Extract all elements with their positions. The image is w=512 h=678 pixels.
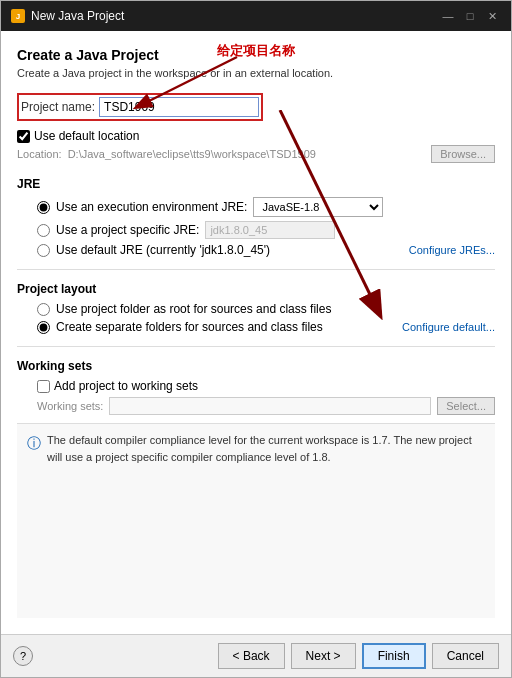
layout-option2-radio[interactable] [37, 321, 50, 334]
titlebar: J New Java Project — □ ✕ [1, 1, 511, 31]
next-button[interactable]: Next > [291, 643, 356, 669]
layout-option2-row: Create separate folders for sources and … [37, 320, 495, 334]
layout-option2-label: Create separate folders for sources and … [56, 320, 323, 334]
layout-option1-radio[interactable] [37, 303, 50, 316]
jre-option1-label: Use an execution environment JRE: [56, 200, 247, 214]
nav-buttons: < Back Next > Finish Cancel [218, 643, 499, 669]
info-text: The default compiler compliance level fo… [47, 432, 485, 610]
working-sets-input-row: Working sets: Select... [37, 397, 495, 415]
working-sets-checkbox-row: Add project to working sets [37, 379, 495, 393]
main-content: Create a Java Project Create a Java proj… [1, 31, 511, 634]
jre-option3-radio[interactable] [37, 244, 50, 257]
page-title: Create a Java Project [17, 47, 495, 63]
select-button[interactable]: Select... [437, 397, 495, 415]
default-location-checkbox[interactable] [17, 130, 30, 143]
cancel-button[interactable]: Cancel [432, 643, 499, 669]
jre-specific-input [205, 221, 335, 239]
location-row: Location: D:\Java_software\eclipse\tts9\… [17, 145, 495, 163]
jre-option2-radio[interactable] [37, 224, 50, 237]
window: J New Java Project — □ ✕ Create a Java P… [0, 0, 512, 678]
finish-button[interactable]: Finish [362, 643, 426, 669]
close-button[interactable]: ✕ [483, 7, 501, 25]
project-layout-title: Project layout [17, 282, 495, 296]
page-subtitle: Create a Java project in the workspace o… [17, 67, 495, 79]
configure-jres-link[interactable]: Configure JREs... [409, 244, 495, 256]
titlebar-title: New Java Project [31, 9, 124, 23]
location-label: Location: [17, 148, 62, 160]
jre-execution-env-select[interactable]: JavaSE-1.8 [253, 197, 383, 217]
titlebar-controls: — □ ✕ [439, 7, 501, 25]
layout-option1-row: Use project folder as root for sources a… [37, 302, 495, 316]
project-name-input[interactable] [99, 97, 259, 117]
jre-option3-label: Use default JRE (currently 'jdk1.8.0_45'… [56, 243, 270, 257]
jre-option3-row: Use default JRE (currently 'jdk1.8.0_45'… [37, 243, 495, 257]
jre-option1-radio[interactable] [37, 201, 50, 214]
info-icon: ⓘ [27, 433, 41, 610]
layout-option1-label: Use project folder as root for sources a… [56, 302, 331, 316]
maximize-button[interactable]: □ [461, 7, 479, 25]
button-bar: ? < Back Next > Finish Cancel [1, 634, 511, 677]
help-button[interactable]: ? [13, 646, 33, 666]
java-icon: J [11, 9, 25, 23]
default-location-row: Use default location [17, 129, 495, 143]
jre-option2-label: Use a project specific JRE: [56, 223, 199, 237]
browse-button[interactable]: Browse... [431, 145, 495, 163]
working-sets-checkbox-label: Add project to working sets [54, 379, 198, 393]
project-name-label: Project name: [21, 100, 95, 114]
separator-1 [17, 269, 495, 270]
back-button[interactable]: < Back [218, 643, 285, 669]
header-area: Create a Java Project Create a Java proj… [17, 47, 495, 129]
default-location-label: Use default location [34, 129, 139, 143]
jre-option2-row: Use a project specific JRE: [37, 221, 495, 239]
working-sets-content: Add project to working sets Working sets… [17, 379, 495, 415]
info-box: ⓘ The default compiler compliance level … [17, 423, 495, 618]
separator-2 [17, 346, 495, 347]
minimize-button[interactable]: — [439, 7, 457, 25]
working-sets-input [109, 397, 431, 415]
titlebar-left: J New Java Project [11, 9, 124, 23]
working-sets-checkbox[interactable] [37, 380, 50, 393]
jre-options: Use an execution environment JRE: JavaSE… [17, 197, 495, 261]
jre-section-title: JRE [17, 177, 495, 191]
working-sets-label: Working sets: [37, 400, 103, 412]
working-sets-title: Working sets [17, 359, 495, 373]
location-value: D:\Java_software\eclipse\tts9\workspace\… [68, 148, 425, 160]
jre-option1-row: Use an execution environment JRE: JavaSE… [37, 197, 495, 217]
project-layout-options: Use project folder as root for sources a… [17, 302, 495, 338]
configure-default-link[interactable]: Configure default... [402, 321, 495, 333]
